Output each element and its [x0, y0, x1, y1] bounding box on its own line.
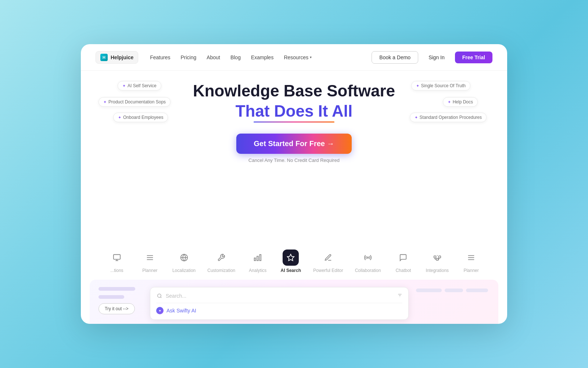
panel-bar-wide — [98, 287, 135, 291]
extras-icon — [109, 250, 125, 266]
nav-about[interactable]: About — [207, 54, 220, 60]
tab-ai-search-label: AI Search — [281, 268, 301, 273]
svg-rect-14 — [438, 256, 441, 258]
svg-rect-9 — [257, 256, 258, 261]
tab-collaboration-label: Collaboration — [355, 268, 381, 273]
tab-planner[interactable]: Planner — [133, 246, 166, 277]
nav-resources[interactable]: Resources ▾ — [284, 54, 312, 60]
nav-left: H Helpjuice Features Pricing About Blog … — [96, 51, 312, 64]
spark-icon: ✦ — [122, 84, 126, 88]
tab-planner2-label: Planner — [463, 268, 478, 273]
hero-cta-container: Get Started For Free → Cancel Any Time. … — [236, 134, 352, 163]
float-label-ai-self: ✦ AI Self Service — [118, 81, 161, 91]
planner2-icon — [463, 250, 479, 266]
hero-title-line1: Knowledge Base Software — [193, 82, 395, 100]
tab-planner2[interactable]: Planner — [455, 246, 488, 277]
ask-swifty-icon: ✦ — [156, 307, 164, 314]
chevron-down-icon: ▾ — [310, 55, 312, 59]
panel-left: Try it out --> — [98, 287, 143, 314]
cancel-note: Cancel Any Time. No Credit Card Required — [248, 158, 340, 163]
bottom-panel: Try it out --> Search... ✦ Ask Swifty AI — [90, 280, 498, 324]
sign-in-button[interactable]: Sign In — [423, 52, 451, 63]
tab-localization-label: Localization — [172, 268, 196, 273]
customization-icon — [213, 250, 229, 266]
svg-rect-8 — [260, 255, 261, 261]
svg-rect-13 — [434, 256, 436, 258]
panel-right-bar-3 — [466, 289, 488, 292]
svg-rect-0 — [114, 255, 120, 259]
nav-right: Book a Demo Sign In Free Trial — [372, 51, 492, 64]
feature-tabs: ...tions Planner Localization Customizat… — [81, 240, 507, 280]
spark-icon-2: ✦ — [103, 100, 107, 105]
logo-badge[interactable]: H Helpjuice — [96, 51, 138, 64]
tab-planner-label: Planner — [142, 268, 157, 273]
try-out-button[interactable]: Try it out --> — [98, 303, 135, 314]
tab-ai-search[interactable]: AI Search — [274, 246, 307, 277]
spark-icon-5: ✦ — [448, 100, 451, 105]
nav-examples[interactable]: Examples — [251, 54, 273, 60]
logo-icon: H — [100, 54, 108, 61]
chatbot-icon — [395, 250, 411, 266]
search-input-row: Search... — [156, 293, 402, 303]
book-demo-button[interactable]: Book a Demo — [372, 51, 418, 64]
spark-icon-4: ✦ — [416, 84, 419, 88]
svg-rect-10 — [254, 258, 256, 261]
tab-integrations[interactable]: Integrations — [420, 246, 455, 277]
hero-title-line2: That Does It All — [236, 102, 353, 120]
nav-links: Features Pricing About Blog Examples Res… — [150, 54, 312, 60]
nav-pricing[interactable]: Pricing — [181, 54, 197, 60]
ai-search-icon — [283, 250, 299, 266]
float-label-help-docs: ✦ Help Docs — [443, 97, 478, 107]
analytics-icon — [250, 250, 266, 266]
spark-icon-6: ✦ — [415, 115, 418, 120]
tab-analytics-label: Analytics — [249, 268, 266, 273]
tab-extras[interactable]: ...tions — [100, 246, 133, 277]
tab-customization-label: Customization — [207, 268, 235, 273]
logo-text: Helpjuice — [111, 54, 133, 60]
svg-point-12 — [367, 257, 369, 258]
search-icon — [156, 293, 163, 299]
integrations-icon — [429, 250, 445, 266]
search-placeholder[interactable]: Search... — [166, 293, 394, 299]
ask-swifty-label: Ask Swifty AI — [166, 308, 196, 314]
localization-icon — [176, 250, 192, 266]
tab-chatbot[interactable]: Chatbot — [387, 246, 420, 277]
panel-right — [416, 287, 490, 292]
navbar: H Helpjuice Features Pricing About Blog … — [81, 44, 507, 71]
panel-right-bar-1 — [416, 289, 442, 292]
svg-marker-11 — [287, 254, 294, 261]
nav-blog[interactable]: Blog — [230, 54, 241, 60]
tab-localization[interactable]: Localization — [166, 246, 201, 277]
tab-chatbot-label: Chatbot — [395, 268, 411, 273]
planner-icon — [142, 250, 158, 266]
float-label-product-doc: ✦ Product Documentation Sops — [98, 97, 171, 107]
float-label-onboard: ✦ Onboard Employees — [113, 113, 168, 122]
tab-powerful-editor[interactable]: Powerful Editor — [307, 246, 349, 277]
ask-swifty-row[interactable]: ✦ Ask Swifty AI — [156, 307, 402, 314]
search-panel: Search... ✦ Ask Swifty AI — [150, 287, 409, 320]
main-card: H Helpjuice Features Pricing About Blog … — [81, 44, 507, 324]
collaboration-icon — [360, 250, 376, 266]
tab-integrations-label: Integrations — [426, 268, 449, 273]
svg-point-19 — [158, 294, 161, 297]
tab-collaboration[interactable]: Collaboration — [349, 246, 387, 277]
feature-tabs-container: ...tions Planner Localization Customizat… — [81, 240, 507, 280]
tab-analytics[interactable]: Analytics — [241, 246, 274, 277]
filter-icon[interactable] — [397, 293, 402, 299]
float-label-standard-ops: ✦ Standard Operation Procedures — [410, 113, 487, 122]
panel-bar-narrow — [98, 295, 124, 299]
panel-right-bar-2 — [445, 289, 463, 292]
spark-icon-3: ✦ — [118, 115, 121, 120]
hero-section: ✦ AI Self Service ✦ Product Documentatio… — [81, 71, 507, 240]
nav-features[interactable]: Features — [150, 54, 170, 60]
get-started-button[interactable]: Get Started For Free → — [236, 134, 352, 154]
tab-extras-label: ...tions — [110, 268, 123, 273]
tab-customization[interactable]: Customization — [201, 246, 241, 277]
float-label-single-source: ✦ Single Source Of Truth — [411, 81, 470, 91]
tab-powerful-editor-label: Powerful Editor — [313, 268, 343, 273]
powerful-editor-icon — [320, 250, 336, 266]
free-trial-button[interactable]: Free Trial — [455, 52, 492, 63]
